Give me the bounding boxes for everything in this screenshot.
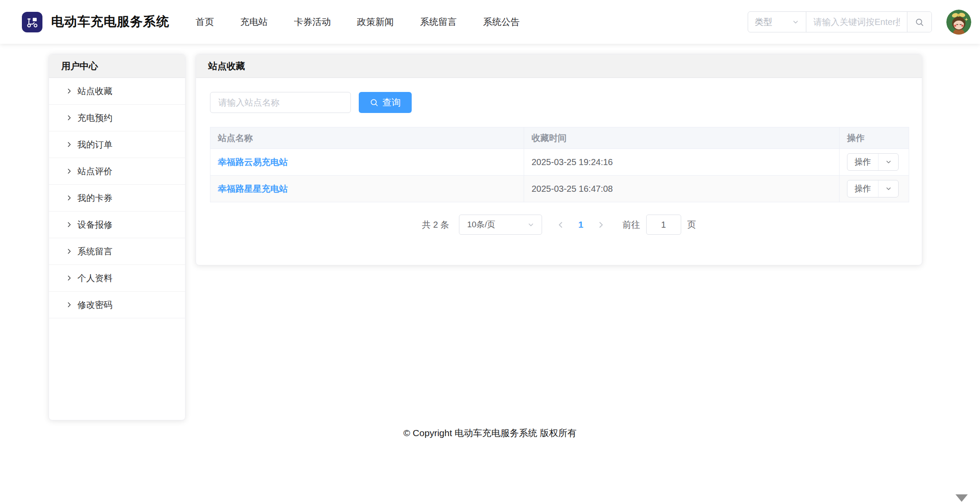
brand-title: 电动车充电服务系统 [51, 13, 169, 31]
sidebar-item-my-orders[interactable]: 我的订单 [49, 131, 185, 158]
search-icon [370, 98, 378, 107]
column-header-station-name: 站点名称 [210, 127, 524, 149]
nav-item-home[interactable]: 首页 [196, 16, 214, 28]
brand-logo[interactable] [22, 12, 42, 32]
global-search-input[interactable] [806, 12, 907, 32]
action-button[interactable]: 操作 [847, 154, 878, 170]
chevron-right-icon [66, 221, 73, 228]
sidebar-item-change-password[interactable]: 修改密码 [49, 292, 185, 318]
sidebar-item-label: 个人资料 [77, 272, 112, 284]
sidebar-item-equipment-repair[interactable]: 设备报修 [49, 211, 185, 238]
page-unit-label: 页 [687, 219, 696, 231]
user-avatar[interactable] [946, 10, 971, 35]
current-page[interactable]: 1 [571, 219, 591, 230]
favorites-table: 站点名称 收藏时间 操作 幸福路云易充电站 2025-03-25 19:24:1… [210, 127, 909, 202]
chevron-right-icon [66, 88, 73, 95]
chevron-right-icon [66, 141, 73, 148]
chevron-right-icon [66, 168, 73, 175]
sidebar-item-label: 我的卡券 [77, 192, 112, 204]
main-nav: 首页 充电站 卡券活动 政策新闻 系统留言 系统公告 [196, 16, 520, 28]
nav-item-messages[interactable]: 系统留言 [420, 16, 457, 28]
user-center-sidebar: 用户中心 站点收藏 充电预约 我的订单 站点评价 我的卡券 设备报修 系统留言 [49, 54, 186, 420]
sidebar-item-system-messages[interactable]: 系统留言 [49, 238, 185, 265]
station-favorites-panel: 站点收藏 查询 站点名称 收藏时间 操作 [196, 54, 922, 265]
chevron-right-icon [66, 301, 73, 308]
search-type-value: 类型 [755, 16, 772, 28]
nav-item-announcements[interactable]: 系统公告 [483, 16, 520, 28]
nav-item-coupons[interactable]: 卡券活动 [294, 16, 331, 28]
scooter-icon [25, 15, 39, 29]
sidebar-item-label: 站点收藏 [77, 85, 112, 97]
action-caret-button[interactable] [878, 154, 898, 170]
next-page-button[interactable] [591, 215, 611, 235]
search-type-select[interactable]: 类型 [748, 12, 806, 32]
chevron-right-icon [66, 275, 73, 282]
action-dropdown: 操作 [847, 153, 899, 171]
sidebar-item-label: 修改密码 [77, 299, 112, 311]
chevron-down-icon [527, 221, 535, 229]
column-header-favorite-time: 收藏时间 [524, 127, 840, 149]
chevron-down-icon [885, 159, 892, 166]
page-size-value: 10条/页 [467, 219, 495, 230]
station-link[interactable]: 幸福路云易充电站 [218, 157, 288, 167]
sidebar-title: 用户中心 [49, 54, 185, 78]
sidebar-item-profile[interactable]: 个人资料 [49, 265, 185, 292]
prev-page-button[interactable] [551, 215, 571, 235]
panel-title: 站点收藏 [196, 54, 922, 78]
sidebar-item-station-favorites[interactable]: 站点收藏 [49, 78, 185, 105]
favorite-time-cell: 2025-03-25 19:24:16 [524, 149, 840, 176]
top-navbar: 电动车充电服务系统 首页 充电站 卡券活动 政策新闻 系统留言 系统公告 类型 [0, 0, 980, 44]
table-row: 幸福路云易充电站 2025-03-25 19:24:16 操作 [210, 149, 909, 176]
page: 电动车充电服务系统 首页 充电站 卡券活动 政策新闻 系统留言 系统公告 类型 [0, 0, 980, 504]
chevron-down-icon [885, 185, 892, 192]
chevron-right-icon [66, 114, 73, 121]
sidebar-item-label: 设备报修 [77, 219, 112, 231]
sidebar-item-station-reviews[interactable]: 站点评价 [49, 158, 185, 185]
table-row: 幸福路星星充电站 2025-03-25 16:47:08 操作 [210, 176, 909, 202]
nav-item-stations[interactable]: 充电站 [240, 16, 268, 28]
global-search-group: 类型 [748, 11, 932, 32]
search-icon [915, 18, 924, 27]
favorite-time-cell: 2025-03-25 16:47:08 [524, 176, 840, 202]
chevron-left-icon [556, 221, 565, 229]
chevron-down-icon [792, 18, 799, 26]
action-dropdown: 操作 [847, 180, 899, 197]
column-header-actions: 操作 [840, 127, 909, 149]
station-name-input[interactable] [210, 92, 351, 113]
scroll-down-indicator[interactable] [956, 494, 968, 502]
panel-body: 查询 站点名称 收藏时间 操作 幸福路云易充电站 2025-03-25 19:2… [196, 78, 922, 249]
pagination: 共 2 条 10条/页 1 前往 页 [210, 215, 908, 235]
sidebar-item-my-coupons[interactable]: 我的卡券 [49, 185, 185, 211]
action-button[interactable]: 操作 [847, 180, 878, 197]
page-jump-input[interactable] [646, 215, 681, 235]
chevron-right-icon [66, 248, 73, 255]
sidebar-item-charging-reservation[interactable]: 充电预约 [49, 105, 185, 131]
query-button-label: 查询 [382, 96, 401, 109]
sidebar-item-label: 我的订单 [77, 139, 112, 151]
goto-label: 前往 [623, 219, 640, 231]
header-right: 类型 [748, 10, 971, 35]
sidebar-item-label: 站点评价 [77, 166, 112, 177]
pagination-total: 共 2 条 [422, 219, 449, 231]
global-search-button[interactable] [907, 12, 931, 32]
page-size-select[interactable]: 10条/页 [459, 215, 542, 235]
sidebar-item-label: 充电预约 [77, 112, 112, 124]
station-link[interactable]: 幸福路星星充电站 [218, 184, 288, 194]
table-header-row: 站点名称 收藏时间 操作 [210, 127, 909, 149]
avatar-image [946, 10, 971, 35]
chevron-right-icon [66, 194, 73, 201]
action-caret-button[interactable] [878, 180, 898, 197]
nav-item-news[interactable]: 政策新闻 [357, 16, 394, 28]
chevron-right-icon [597, 221, 605, 229]
footer-copyright: © Copyright 电动车充电服务系统 版权所有 [0, 427, 980, 439]
sidebar-item-label: 系统留言 [77, 246, 112, 257]
query-button[interactable]: 查询 [359, 92, 412, 113]
query-row: 查询 [210, 92, 908, 113]
